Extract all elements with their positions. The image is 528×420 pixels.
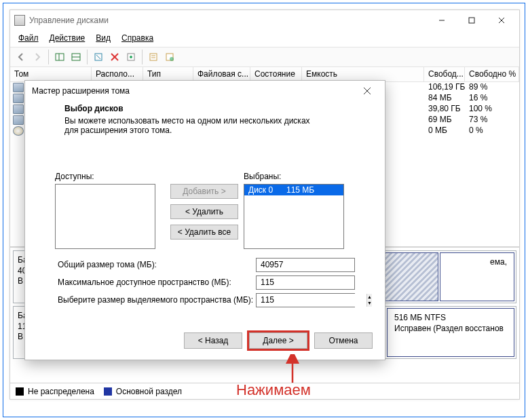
free-cell: 106,19 ГБ [424, 82, 465, 93]
free-cell: 0 МБ [424, 126, 465, 136]
menu-file[interactable]: Файл [14, 32, 43, 44]
menu-help[interactable]: Справка [117, 32, 157, 44]
svg-rect-1 [469, 18, 474, 23]
selected-label: Выбраны: [244, 172, 344, 181]
col-loc[interactable]: Располо... [92, 67, 143, 81]
svg-point-12 [130, 56, 132, 58]
col-capacity[interactable]: Емкость [302, 67, 424, 81]
menu-bar: Файл Действие Вид Справка [10, 31, 519, 47]
available-label: Доступны: [55, 172, 170, 181]
max-space-value: 115 [256, 275, 355, 290]
options-icon[interactable] [145, 49, 162, 65]
selected-disks-listbox[interactable]: Диск 0 115 МБ [244, 184, 344, 249]
available-disks-listbox[interactable] [55, 184, 155, 249]
toolbar [10, 47, 519, 67]
col-fs[interactable]: Файловая с... [193, 67, 250, 81]
pct-cell: 73 % [465, 115, 491, 126]
delete-icon[interactable] [107, 49, 123, 65]
app-icon [14, 15, 25, 26]
dialog-close-button[interactable] [352, 82, 382, 100]
pct-cell: 100 % [465, 104, 496, 115]
cancel-button[interactable]: Отмена [314, 332, 373, 349]
pct-cell: 89 % [465, 82, 491, 93]
cd-icon [13, 126, 24, 136]
help-icon[interactable] [162, 49, 178, 65]
add-button[interactable]: Добавить > [170, 184, 238, 199]
window-title: Управление дисками [29, 16, 109, 25]
volume-box[interactable]: 516 МБ NTFS Исправен (Раздел восстанов [387, 308, 514, 357]
remove-button[interactable]: < Удалить [170, 204, 238, 219]
extend-volume-wizard: Мастер расширения тома Выбор дисков Вы м… [24, 80, 385, 360]
annotation-text: Нажимаем [236, 381, 311, 399]
col-type[interactable]: Тип [143, 67, 193, 81]
refresh-icon[interactable] [90, 49, 107, 65]
wizard-description: Вы можете использовать место на одном ил… [64, 116, 322, 135]
spin-up-icon[interactable]: ▲ [367, 294, 372, 301]
volume-icon [13, 83, 24, 92]
back-icon[interactable] [13, 49, 29, 65]
remove-all-button[interactable]: < Удалить все [170, 225, 238, 240]
volume-icon [13, 104, 24, 114]
maximize-button[interactable] [457, 11, 487, 30]
size-spinner[interactable]: ▲ ▼ [256, 293, 355, 307]
size-input[interactable] [257, 294, 366, 307]
free-cell: 39,80 ГБ [424, 104, 465, 115]
svg-rect-4 [56, 54, 64, 60]
choose-size-label: Выберите размер выделяемого пространства… [55, 295, 256, 305]
dialog-title: Мастер расширения тома [32, 86, 130, 96]
pct-cell: 16 % [465, 93, 491, 104]
free-cell: 84 МБ [424, 93, 465, 104]
col-tom[interactable]: Том [10, 67, 92, 81]
total-size-value: 40957 [256, 258, 355, 272]
total-size-label: Общий размер тома (МБ): [55, 260, 256, 269]
minimize-button[interactable] [427, 11, 457, 30]
free-cell: 69 МБ [424, 115, 465, 126]
title-bar: Управление дисками [10, 10, 519, 31]
spin-down-icon[interactable]: ▼ [367, 300, 372, 307]
back-button[interactable]: < Назад [184, 332, 242, 349]
col-freepct[interactable]: Свободно % [465, 67, 519, 81]
volume-icon [13, 94, 24, 103]
max-space-label: Максимальное доступное пространство (МБ)… [55, 278, 256, 287]
col-free[interactable]: Свобод... [424, 67, 465, 81]
view-pane-icon[interactable] [52, 49, 68, 65]
list-item[interactable]: Диск 0 115 МБ [244, 185, 343, 195]
legend-unallocated: Не распределена [16, 387, 94, 396]
volume-icon [13, 115, 24, 125]
legend-primary: Основной раздел [104, 387, 182, 396]
volume-box[interactable]: ема, [440, 252, 514, 301]
svg-point-17 [170, 57, 174, 61]
svg-rect-13 [150, 54, 157, 60]
forward-icon[interactable] [29, 49, 45, 65]
dialog-title-bar: Мастер расширения тома [25, 81, 385, 101]
view-pane2-icon[interactable] [68, 49, 84, 65]
wizard-heading: Выбор дисков [64, 104, 369, 113]
menu-view[interactable]: Вид [92, 32, 115, 44]
pct-cell: 0 % [465, 126, 487, 136]
next-button[interactable]: Далее > [249, 332, 307, 349]
properties-icon[interactable] [123, 49, 139, 65]
menu-action[interactable]: Действие [45, 32, 90, 44]
col-state[interactable]: Состояние [250, 67, 302, 81]
close-button[interactable] [487, 11, 516, 30]
